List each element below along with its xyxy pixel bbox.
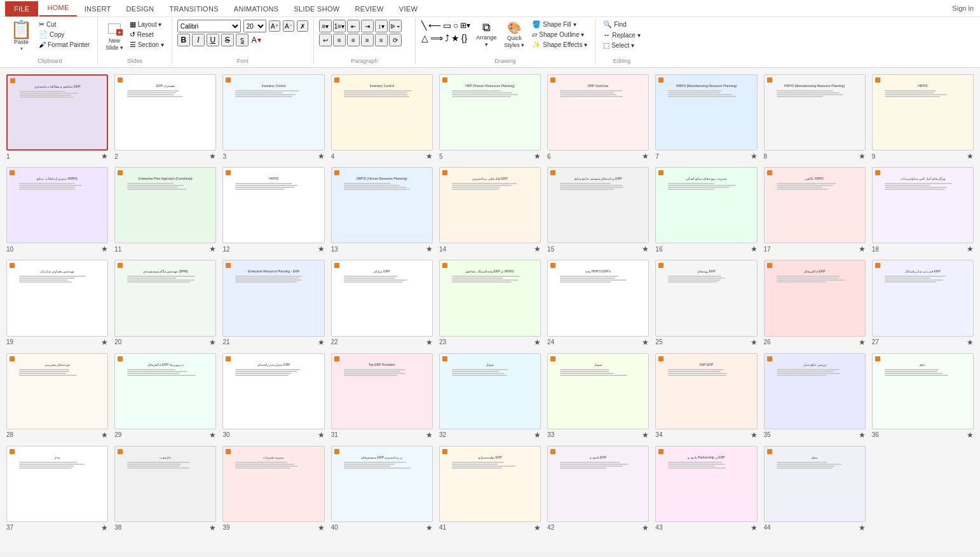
shape-arrow-l[interactable]: ⟵ <box>428 20 442 31</box>
slide-item[interactable]: Top ERP Providers31★ <box>331 353 433 440</box>
slide-star-button[interactable]: ★ <box>751 523 758 532</box>
slide-star-button[interactable]: ★ <box>101 245 108 253</box>
slide-star-button[interactable]: ★ <box>967 338 974 347</box>
slide-star-button[interactable]: ★ <box>534 338 541 347</box>
slide-item[interactable]: ویژگی‌های آمار کمی منابع ترتیبات18★ <box>872 167 974 253</box>
slide-star-button[interactable]: ★ <box>318 152 325 161</box>
shape-circle[interactable]: ○ <box>453 20 459 31</box>
slide-star-button[interactable]: ★ <box>426 152 433 161</box>
shape-brace[interactable]: {} <box>461 32 468 44</box>
slide-item[interactable]: HRP (Human Resources Planning)5★ <box>439 74 541 161</box>
slide-star-button[interactable]: ★ <box>318 523 325 532</box>
slide-star-button[interactable]: ★ <box>101 152 108 161</box>
tab-insert[interactable]: INSERT <box>77 1 119 17</box>
line-spacing-button[interactable]: ↕▾ <box>375 20 388 32</box>
slide-item[interactable]: مزایای ERP22★ <box>331 260 433 346</box>
slide-item[interactable]: HRPIS9★ <box>872 74 974 161</box>
slide-item[interactable]: نمودار33★ <box>547 353 649 440</box>
slide-star-button[interactable]: ★ <box>642 152 649 161</box>
slide-item[interactable]: نمودار32★ <box>439 353 541 440</box>
slide-item[interactable]: مدل37★ <box>6 446 108 532</box>
font-decrease-button[interactable]: A⁻ <box>283 20 294 32</box>
slide-item[interactable]: HRPIS (Manufacturing Resource Planning)8… <box>764 74 866 161</box>
slide-star-button[interactable]: ★ <box>534 245 541 253</box>
slide-item[interactable]: توانمندسازی ERP41★ <box>439 446 541 532</box>
slide-item[interactable]: سلم44★ <box>764 446 866 532</box>
slide-item[interactable]: SAP ERP34★ <box>655 353 757 440</box>
arrange-button[interactable]: ⧉ Arrange▾ <box>473 20 499 50</box>
shape-star[interactable]: ★ <box>451 32 460 44</box>
shape-outline-button[interactable]: ▱ Shape Outline ▾ <box>529 30 590 39</box>
align-right-button[interactable]: ≡ <box>361 34 374 46</box>
select-button[interactable]: ⬚ Select ▾ <box>601 41 637 50</box>
bold-button[interactable]: B <box>177 34 190 46</box>
slide-item[interactable]: مدیری ارتباطات منابع HRPIS10★ <box>6 167 108 253</box>
layout-button[interactable]: ▦ Layout ▾ <box>127 20 167 29</box>
slide-item[interactable]: مهندسی معماری سازمان19★ <box>6 260 108 346</box>
align-center-button[interactable]: ≡ <box>347 34 360 46</box>
slide-item[interactable]: قدرت و نمان راستکار ERP27★ <box>872 260 974 346</box>
slide-item[interactable]: سیستم‌های ERP در برنامه‌ریزی40★ <box>331 446 433 532</box>
slide-star-button[interactable]: ★ <box>534 431 541 440</box>
slide-star-button[interactable]: ★ <box>209 152 216 161</box>
paste-button[interactable]: 📋 Paste ▾ <box>8 20 35 53</box>
slide-item[interactable]: HRPIS12★ <box>222 167 324 253</box>
slide-item[interactable]: HRP Gantt bar6★ <box>547 74 649 161</box>
slide-star-button[interactable]: ★ <box>101 523 108 532</box>
tab-transitions[interactable]: TRANSITIONS <box>162 1 226 17</box>
slide-star-button[interactable]: ★ <box>642 338 649 347</box>
slide-item[interactable]: Inventory Control3★ <box>222 74 324 161</box>
shape-rtarrow[interactable]: ⟹ <box>430 32 444 44</box>
slide-star-button[interactable]: ★ <box>751 152 758 161</box>
strikethrough-button[interactable]: S <box>221 34 234 46</box>
slide-item[interactable]: وجه اشتراک مفاهیم ERP در HRPIS23★ <box>439 260 541 346</box>
slide-item[interactable]: Enterprise Plan Approach (Functional)11★ <box>114 167 216 253</box>
slide-star-button[interactable]: ★ <box>426 245 433 253</box>
slide-item[interactable]: برنامه‌های سیستم جامع منابع ERP15★ <box>547 167 649 253</box>
slide-star-button[interactable]: ★ <box>967 152 974 161</box>
align-left-button[interactable]: ≡ <box>333 34 346 46</box>
tab-animations[interactable]: ANIMATIONS <box>226 1 287 17</box>
slide-item[interactable]: هزینه‌های پیش‌بینی28★ <box>6 353 108 440</box>
slide-star-button[interactable]: ★ <box>426 431 433 440</box>
slide-item[interactable]: جدول‌بندی راهنمای ERP30★ <box>222 353 324 440</box>
slide-item[interactable]: رویه‌های ERP25★ <box>655 260 757 346</box>
slide-item[interactable]: مدیریت تغییرات39★ <box>222 446 324 532</box>
shape-curved[interactable]: ⤴ <box>444 32 450 44</box>
font-increase-button[interactable]: A⁺ <box>269 20 280 32</box>
cut-button[interactable]: ✂ Cut <box>36 20 92 29</box>
slide-star-button[interactable]: ★ <box>859 431 866 440</box>
slide-star-button[interactable]: ★ <box>642 523 649 532</box>
slide-star-button[interactable]: ★ <box>209 245 216 253</box>
slide-item[interactable]: یادبود و Partnership در ERP43★ <box>655 446 757 532</box>
underline-button[interactable]: U <box>207 34 219 46</box>
shadow-button[interactable]: S̲ <box>236 34 248 46</box>
tab-design[interactable]: DESIGN <box>119 1 162 17</box>
slide-star-button[interactable]: ★ <box>751 338 758 347</box>
slide-item[interactable]: مهندسی‌مگام سیستم‌بندی (BPM)20★ <box>114 260 216 346</box>
slide-star-button[interactable]: ★ <box>751 431 758 440</box>
font-color-button[interactable]: A▾ <box>250 34 262 46</box>
justify-button[interactable]: ≡ <box>375 34 388 46</box>
slide-star-button[interactable]: ★ <box>859 523 866 532</box>
slide-star-button[interactable]: ★ <box>967 431 974 440</box>
section-button[interactable]: ☰ Section ▾ <box>127 40 167 50</box>
slide-star-button[interactable]: ★ <box>751 245 758 253</box>
italic-button[interactable]: I <box>192 34 205 46</box>
slide-item[interactable]: بررسی نتایج مدل35★ <box>764 353 866 440</box>
quick-styles-button[interactable]: 🎨 QuickStyles ▾ <box>501 20 527 50</box>
clear-format-button[interactable]: ✗ <box>297 20 308 32</box>
slide-star-button[interactable]: ★ <box>209 523 216 532</box>
slide-item[interactable]: چالش‌های ERP26★ <box>764 260 866 346</box>
slide-item[interactable]: چالش‌های ERP در پروریزها29★ <box>114 353 216 440</box>
slide-star-button[interactable]: ★ <box>859 245 866 253</box>
slide-star-button[interactable]: ★ <box>859 338 866 347</box>
decrease-indent-button[interactable]: ⇤ <box>347 20 360 32</box>
shape-line[interactable]: ╲ <box>421 20 427 31</box>
slide-item[interactable]: وجه HRPIS ERP's24★ <box>547 260 649 346</box>
slide-item[interactable]: HRPIS (Human Resource Planning)13★ <box>331 167 433 253</box>
slide-star-button[interactable]: ★ <box>318 338 325 347</box>
slide-item[interactable]: Inventory Control4★ <box>331 74 433 161</box>
shape-triangle[interactable]: △ <box>421 32 429 44</box>
shape-fill-button[interactable]: 🪣 Shape Fill ▾ <box>529 20 590 29</box>
